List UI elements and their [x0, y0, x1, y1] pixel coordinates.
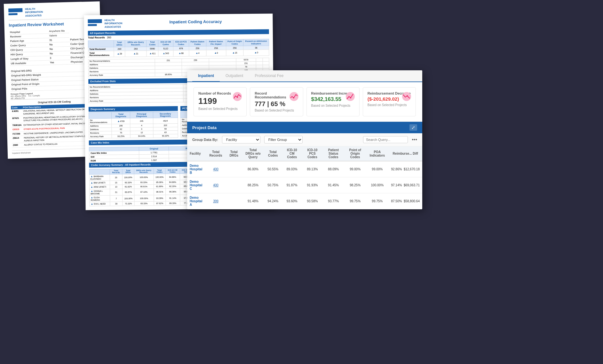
total-drgs-col-header: Total DRGs: [226, 146, 242, 161]
patient-status-col-header: Patient Status Codes: [323, 146, 344, 161]
table-row: DemoHospital B 400 86.00% 50.55% 89.03% …: [187, 161, 422, 177]
metric-recommendations: Record Recommendations 777 | 65 % Based …: [250, 87, 303, 116]
project-data-table: Facility Total Records Total DRGs Total …: [187, 146, 422, 209]
table-row: Total Recommendations ▲29 ▲21 ▲411 ▲343 …: [88, 50, 269, 57]
logo-box: [8, 8, 23, 18]
recommendations-icon: [289, 91, 299, 102]
facility-cell: DemoHospital B: [187, 161, 206, 177]
filter-group-select[interactable]: Filter Group: [264, 136, 303, 143]
metric-records: Number of Records 1199 Based on Selected…: [194, 87, 247, 116]
group-by-label: Group Data By:: [192, 138, 218, 142]
all-records-table: Total DRGs DRGs w/o Query Recomm. Total …: [88, 39, 269, 58]
table-row: No Recommendations ▲4769 245 4524: [89, 118, 178, 124]
metric-decrease-sub: Based on Selected Projects: [368, 103, 411, 107]
logo-box-2: [88, 19, 102, 29]
svg-point-2: [290, 92, 298, 101]
records-icon: [232, 91, 242, 102]
more-options-button[interactable]: •••: [412, 137, 417, 143]
metric-reimbursement-increase: Reimbursement Increase $342,163.55 Based…: [306, 87, 360, 116]
filter-row: Group Data By: Facility Filter Group •••: [187, 133, 422, 146]
total-codes-col-header: Total Codes: [264, 146, 282, 161]
dashboard-document: Inpatient Outpatient Professional Fee Nu…: [187, 70, 422, 209]
table-row: DemoHospital A 399 91.48% 94.24% 93.60% …: [187, 193, 422, 209]
inpatient-report-title: Inpatient Coding Accuracy: [122, 19, 269, 25]
table-header-row: Facility Total Records Total DRGs Total …: [187, 146, 422, 161]
total-records-col-header: Total Records: [206, 146, 226, 161]
decrease-icon: [401, 91, 412, 102]
total-records-cell[interactable]: 400: [206, 161, 226, 177]
inpatient-report-logo: HEALTHINFORMATIONASSOCIATES Inpatient Co…: [88, 18, 269, 29]
icd10-pcs-col-header: ICD-10 PCS Codes: [302, 146, 322, 161]
svg-point-4: [346, 92, 355, 101]
icd10-cm-col-header: ICD-10 CM Codes: [282, 146, 302, 161]
logo-text: HEALTHINFORMATIONASSOCIATES: [25, 7, 43, 18]
table-row: Accuracy Rate 93.25%94.24%93.32%: [89, 134, 178, 138]
reimburse-col-header: Reimburse... Diff: [388, 146, 422, 161]
worksheet-fields-table: Hospital Anywhere Me Reviewer Valerie Pa…: [9, 28, 97, 66]
project-data-header: Project Data ⤢: [187, 122, 422, 133]
total-records-cell[interactable]: 399: [206, 193, 226, 209]
search-input[interactable]: [363, 136, 408, 143]
increase-icon: [345, 91, 355, 102]
poa-col-header: POA Indicators: [366, 146, 388, 161]
svg-point-7: [407, 95, 408, 97]
metric-increase-sub: Based on Selected Projects: [311, 104, 355, 107]
group-by-select[interactable]: Facility: [222, 136, 260, 143]
point-of-origin-col-header: Point of Origin Codes: [344, 146, 366, 161]
diagnosis-header: Diagnosis Summary: [89, 106, 178, 112]
logo-text-2: HEALTHINFORMATIONASSOCIATES: [104, 19, 122, 29]
dashboard-tabs: Inpatient Outpatient Professional Fee: [187, 70, 422, 82]
project-data-title: Project Data: [192, 125, 217, 130]
metric-reimbursement-decrease: Reimbursement Decrease ($-201,629.02) Ba…: [363, 87, 416, 116]
tab-professional-fee[interactable]: Professional Fee: [249, 70, 289, 82]
diagnosis-section: Diagnosis Summary Total Diagnosis Princi…: [89, 104, 178, 138]
metrics-row: Number of Records 1199 Based on Selected…: [187, 82, 422, 122]
tab-inpatient[interactable]: Inpatient: [192, 70, 220, 82]
total-records-cell[interactable]: 400: [206, 177, 226, 193]
metric-records-sub: Based on Selected Projects: [198, 107, 242, 111]
facility-col-header: Facility: [187, 146, 206, 161]
svg-point-1: [237, 97, 238, 98]
expand-button[interactable]: ⤢: [409, 124, 417, 131]
worksheet-logo: HEALTHINFORMATIONASSOCIATES: [8, 6, 96, 20]
svg-point-5: [350, 97, 351, 98]
metric-recommendations-sub: Based on Selected Projects: [255, 109, 298, 112]
table-header-row: Total Diagnosis Principal Diagnosis Seco…: [89, 112, 178, 118]
facility-cell: DemoHospital A: [187, 193, 206, 209]
worksheet-title: Inpatient Review Worksheet: [9, 21, 96, 28]
tab-outpatient[interactable]: Outpatient: [220, 70, 249, 82]
diagnosis-table: Total Diagnosis Principal Diagnosis Seco…: [89, 112, 178, 138]
svg-point-3: [293, 97, 294, 98]
drgs-wo-query-col-header: Total DRGs w/o Query: [242, 146, 264, 161]
facility-cell: DemoHospital C: [187, 177, 206, 193]
table-row: DemoHospital C 400 88.25% 50.75% 91.87% …: [187, 177, 422, 193]
